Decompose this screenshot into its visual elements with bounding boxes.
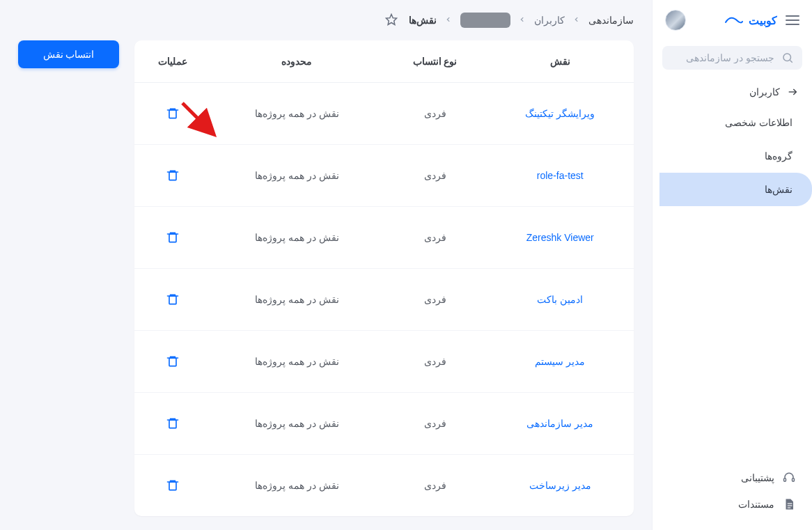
scope-cell: نقش در همه پروژه‌ها: [210, 393, 383, 455]
delete-icon[interactable]: [162, 350, 184, 373]
role-link[interactable]: Zereshk Viewer: [526, 232, 594, 243]
chevron-left-icon: [519, 15, 526, 26]
assign-type-cell: فردی: [384, 83, 487, 145]
svg-rect-7: [788, 508, 791, 508]
assign-type-cell: فردی: [384, 145, 487, 207]
svg-rect-12: [169, 296, 176, 304]
col-scope: محدوده: [210, 40, 383, 83]
svg-point-0: [783, 54, 791, 61]
col-role: نقش: [487, 40, 634, 83]
crumb-user-chip[interactable]: [460, 13, 510, 28]
chevron-left-icon: [573, 15, 580, 26]
svg-rect-9: [169, 110, 176, 118]
scope-cell: نقش در همه پروژه‌ها: [210, 269, 383, 331]
star-icon[interactable]: [385, 13, 398, 28]
sidebar-nav: کاربران اطلاعات شخصیگروه‌هانقش‌ها: [653, 78, 812, 206]
svg-line-1: [790, 60, 792, 62]
breadcrumb: سازماندهی کاربران نقش‌ها: [18, 13, 634, 28]
brand[interactable]: کوبیت: [725, 14, 777, 27]
svg-rect-13: [169, 358, 176, 366]
table-row: مدیر سیستمفردینقش در همه پروژه‌ها: [134, 331, 634, 393]
sidebar-item-1[interactable]: گروه‌ها: [659, 139, 812, 173]
avatar[interactable]: [665, 10, 686, 31]
table-row: ویرایشگر تیکتینگفردینقش در همه پروژه‌ها: [134, 83, 634, 145]
table-row: مدیر سازماندهیفردینقش در همه پروژه‌ها: [134, 393, 634, 455]
brand-wave-icon: [725, 15, 743, 25]
docs-label: مستندات: [738, 499, 774, 510]
crumb-section[interactable]: کاربران: [534, 15, 565, 26]
delete-icon[interactable]: [162, 226, 184, 249]
content-row: نقش نوع انتساب محدوده عملیات ویرایشگر تی…: [18, 40, 634, 516]
svg-rect-6: [788, 506, 793, 506]
table-row: مدیر زیرساختفردینقش در همه پروژه‌ها: [134, 455, 634, 517]
main: سازماندهی کاربران نقش‌ها: [0, 0, 652, 530]
document-icon: [783, 498, 795, 510]
scope-cell: نقش در همه پروژه‌ها: [210, 83, 383, 145]
support-label: پشتیبانی: [741, 472, 774, 483]
delete-icon[interactable]: [162, 164, 184, 187]
assign-type-cell: فردی: [384, 331, 487, 393]
nav-back-users[interactable]: کاربران: [653, 78, 812, 106]
brand-name: کوبیت: [749, 14, 777, 27]
table-row: Zereshk Viewerفردینقش در همه پروژه‌ها: [134, 207, 634, 269]
role-link[interactable]: مدیر سیستم: [535, 356, 585, 367]
col-assign-type: نوع انتساب: [384, 40, 487, 83]
svg-rect-5: [788, 504, 793, 504]
sidebar-header: کوبیت: [653, 0, 812, 40]
nav-back-label: کاربران: [749, 86, 780, 98]
table-row: ادمین باکتفردینقش در همه پروژه‌ها: [134, 269, 634, 331]
sidebar: کوبیت کاربران اطلاعات شخصیگروه‌هانقش‌ها …: [652, 0, 812, 530]
table-row: role-fa-testفردینقش در همه پروژه‌ها: [134, 145, 634, 207]
assign-type-cell: فردی: [384, 207, 487, 269]
assign-role-button[interactable]: انتساب نقش: [18, 40, 119, 68]
roles-card: نقش نوع انتساب محدوده عملیات ویرایشگر تی…: [134, 40, 634, 516]
col-actions: عملیات: [134, 40, 210, 83]
role-link[interactable]: ویرایشگر تیکتینگ: [525, 108, 595, 119]
svg-rect-11: [169, 234, 176, 242]
search-box[interactable]: [662, 46, 802, 70]
svg-rect-15: [169, 482, 176, 490]
crumb-current: نقش‌ها: [409, 15, 437, 26]
sidebar-item-2[interactable]: نقش‌ها: [659, 173, 812, 206]
table-header-row: نقش نوع انتساب محدوده عملیات: [134, 40, 634, 83]
menu-icon[interactable]: [786, 15, 799, 25]
arrow-right-icon: [787, 86, 798, 98]
svg-rect-3: [784, 478, 786, 482]
crumb-root[interactable]: سازماندهی: [588, 15, 634, 26]
delete-icon[interactable]: [162, 102, 184, 125]
docs-link[interactable]: مستندات: [653, 491, 812, 517]
svg-rect-10: [169, 172, 176, 180]
delete-icon[interactable]: [162, 474, 184, 497]
role-link[interactable]: مدیر سازماندهی: [526, 418, 593, 429]
search-icon: [781, 52, 794, 64]
headset-icon: [783, 471, 795, 484]
assign-type-cell: فردی: [384, 393, 487, 455]
chevron-left-icon: [445, 15, 452, 26]
sidebar-item-0[interactable]: اطلاعات شخصی: [659, 106, 812, 139]
assign-type-cell: فردی: [384, 269, 487, 331]
scope-cell: نقش در همه پروژه‌ها: [210, 145, 383, 207]
delete-icon[interactable]: [162, 412, 184, 435]
svg-rect-14: [169, 420, 176, 428]
support-link[interactable]: پشتیبانی: [653, 465, 812, 491]
role-link[interactable]: مدیر زیرساخت: [529, 480, 591, 491]
assign-type-cell: فردی: [384, 455, 487, 517]
search-input[interactable]: [671, 52, 774, 63]
svg-rect-4: [793, 478, 795, 482]
svg-marker-8: [387, 14, 397, 24]
role-link[interactable]: role-fa-test: [537, 170, 584, 181]
delete-icon[interactable]: [162, 288, 184, 311]
scope-cell: نقش در همه پروژه‌ها: [210, 207, 383, 269]
roles-table: نقش نوع انتساب محدوده عملیات ویرایشگر تی…: [134, 40, 634, 516]
sidebar-bottom: پشتیبانی مستندات: [653, 458, 812, 530]
role-link[interactable]: ادمین باکت: [537, 294, 583, 305]
scope-cell: نقش در همه پروژه‌ها: [210, 331, 383, 393]
scope-cell: نقش در همه پروژه‌ها: [210, 455, 383, 517]
